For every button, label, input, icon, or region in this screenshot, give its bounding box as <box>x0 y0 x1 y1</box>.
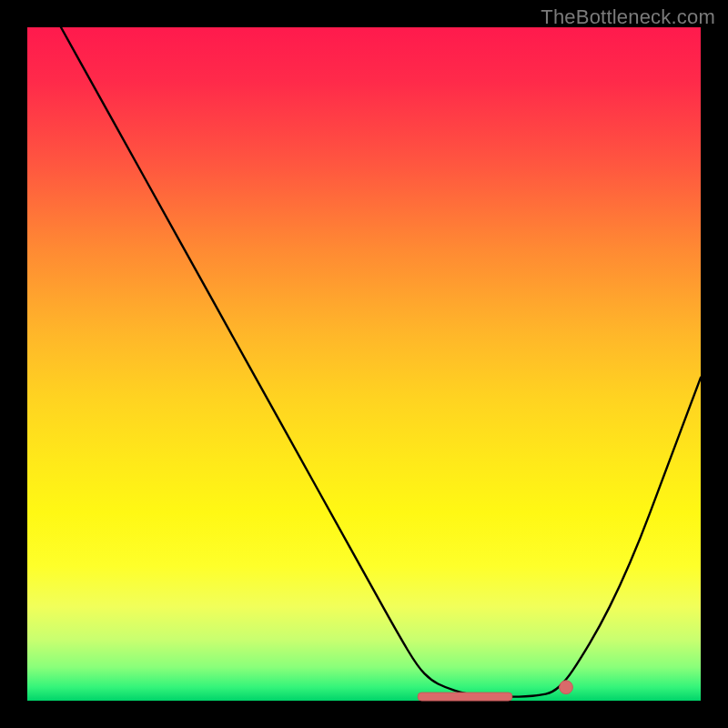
bottleneck-curve-svg <box>27 27 701 701</box>
chart-frame: TheBottleneck.com <box>0 0 728 728</box>
plot-area <box>27 27 701 701</box>
flat-region-dot <box>560 681 573 694</box>
watermark-text: TheBottleneck.com <box>541 5 715 29</box>
bottleneck-curve <box>61 27 701 697</box>
flat-region-marker <box>418 693 512 701</box>
